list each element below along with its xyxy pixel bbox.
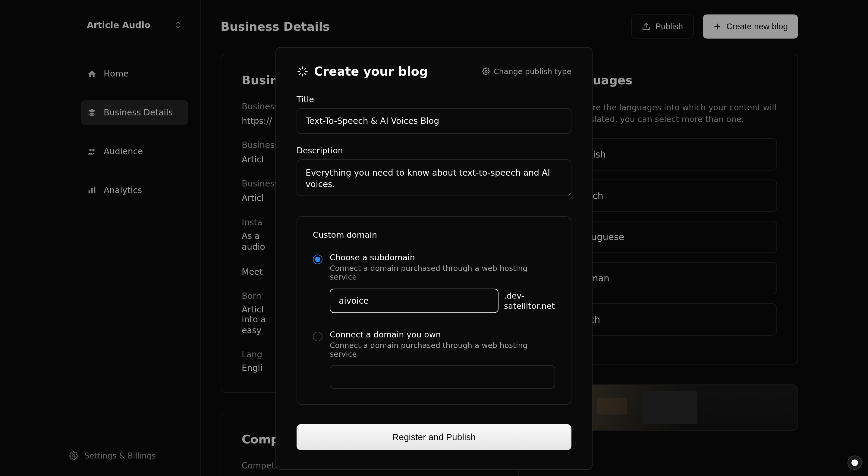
modal-overlay[interactable]: Create your blog Change publish type Tit…: [0, 0, 868, 476]
blog-description-input[interactable]: [297, 159, 571, 196]
modal-title: Create your blog: [314, 64, 428, 78]
register-publish-button[interactable]: Register and Publish: [297, 424, 571, 450]
sparkles-icon: [297, 65, 309, 77]
subdomain-suffix: .dev- satellitor.net: [504, 291, 555, 311]
custom-domain-heading: Custom domain: [313, 230, 555, 240]
description-field-label: Description: [297, 146, 571, 155]
change-publish-type-label: Change publish type: [494, 67, 571, 76]
symfony-icon: [851, 459, 859, 467]
own-domain-input[interactable]: [330, 365, 555, 389]
radio-hint: Connect a domain purchased through a web…: [330, 341, 555, 358]
svg-point-9: [485, 70, 487, 73]
change-publish-type[interactable]: Change publish type: [482, 67, 571, 76]
radio-subdomain[interactable]: [313, 255, 322, 264]
radio-title: Choose a subdomain: [330, 253, 555, 262]
subdomain-input[interactable]: [330, 289, 498, 313]
gear-icon: [482, 67, 490, 75]
create-blog-modal: Create your blog Change publish type Tit…: [276, 47, 592, 470]
radio-hint: Connect a domain purchased through a web…: [330, 264, 555, 281]
blog-title-input[interactable]: [297, 108, 571, 134]
radio-own-domain[interactable]: [313, 332, 322, 341]
title-field-label: Title: [297, 95, 571, 104]
framework-badge[interactable]: [847, 455, 862, 470]
custom-domain-box: Custom domain Choose a subdomain Connect…: [297, 216, 571, 405]
radio-title: Connect a domain you own: [330, 330, 555, 339]
